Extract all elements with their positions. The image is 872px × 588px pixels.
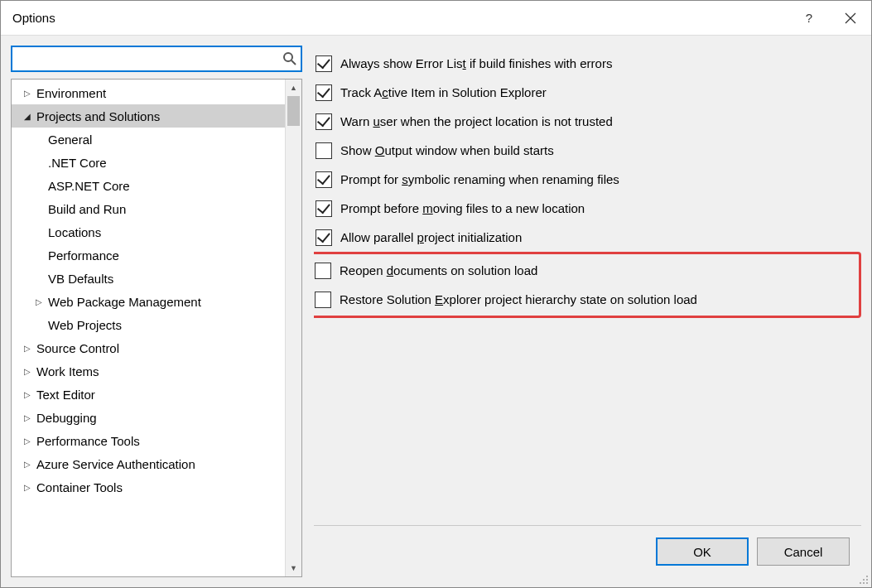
tree-item-label: ASP.NET Core <box>48 179 130 193</box>
checkbox[interactable] <box>316 171 332 188</box>
tree-item[interactable]: ▷Performance Tools <box>12 429 285 452</box>
checkbox[interactable] <box>315 292 331 308</box>
chevron-right-icon[interactable]: ▷ <box>22 390 33 399</box>
tree-item[interactable]: Locations <box>12 220 285 243</box>
chevron-down-icon[interactable]: ◢ <box>22 112 33 121</box>
chevron-right-icon[interactable]: ▷ <box>22 436 33 446</box>
checkbox[interactable] <box>315 263 331 279</box>
tree-item-label: Web Package Management <box>48 295 201 309</box>
svg-point-6 <box>866 579 868 581</box>
option-row: Always show Error List if build finishes… <box>314 49 861 78</box>
option-label[interactable]: Prompt for symbolic renaming when renami… <box>340 172 619 186</box>
window-title: Options <box>12 11 788 25</box>
highlight-box: Reopen documents on solution loadRestore… <box>314 252 861 318</box>
options-list: Always show Error List if build finishes… <box>314 49 861 520</box>
tree-item[interactable]: ▷Work Items <box>12 359 285 383</box>
option-label[interactable]: Always show Error List if build finishes… <box>340 56 612 70</box>
chevron-right-icon[interactable]: ▷ <box>22 367 33 376</box>
chevron-right-icon[interactable]: ▷ <box>22 89 33 98</box>
tree-item[interactable]: ▷Container Tools <box>12 475 285 499</box>
svg-point-4 <box>866 576 868 577</box>
tree-item[interactable]: Web Projects <box>12 313 285 336</box>
svg-point-9 <box>866 582 868 584</box>
svg-point-5 <box>863 579 865 581</box>
option-label[interactable]: Warn user when the project location is n… <box>340 114 613 128</box>
option-label[interactable]: Reopen documents on solution load <box>340 263 537 277</box>
chevron-right-icon[interactable]: ▷ <box>22 483 33 492</box>
scroll-track[interactable] <box>286 96 301 560</box>
tree-item[interactable]: ◢Projects and Solutions <box>12 104 285 128</box>
checkbox[interactable] <box>316 55 332 72</box>
scroll-down-button[interactable]: ▼ <box>286 560 301 576</box>
tree-item[interactable]: General <box>12 128 285 151</box>
main-area: ▷Environment◢Projects and SolutionsGener… <box>1 36 871 587</box>
option-label[interactable]: Restore Solution Explorer project hierar… <box>340 292 697 306</box>
tree-item-label: Performance <box>48 248 119 263</box>
tree-item[interactable]: VB Defaults <box>12 267 285 290</box>
checkbox[interactable] <box>316 229 332 246</box>
search-wrap <box>11 46 302 72</box>
search-input[interactable] <box>11 46 302 72</box>
svg-point-8 <box>863 582 865 584</box>
option-row: Track Active Item in Solution Explorer <box>314 78 861 107</box>
tree-item-label: VB Defaults <box>48 272 113 286</box>
resize-grip-icon[interactable] <box>857 573 869 585</box>
tree-scrollbar[interactable]: ▲ ▼ <box>285 80 301 576</box>
checkbox[interactable] <box>316 113 332 130</box>
option-label[interactable]: Show Output window when build starts <box>340 143 554 157</box>
tree-item-label: Debugging <box>36 411 97 425</box>
tree-item-label: Projects and Solutions <box>36 109 160 123</box>
checkbox[interactable] <box>316 200 332 217</box>
left-panel: ▷Environment◢Projects and SolutionsGener… <box>11 46 302 577</box>
checkbox[interactable] <box>316 142 332 159</box>
option-row: Allow parallel project initialization <box>314 223 861 252</box>
tree-item[interactable]: ASP.NET Core <box>12 174 285 197</box>
chevron-right-icon[interactable]: ▷ <box>22 344 33 353</box>
button-bar: OK Cancel <box>314 526 861 577</box>
tree-item-label: Web Projects <box>48 318 122 332</box>
options-tree[interactable]: ▷Environment◢Projects and SolutionsGener… <box>12 80 285 576</box>
tree-item-label: Build and Run <box>48 202 126 216</box>
svg-point-7 <box>860 582 861 584</box>
close-button[interactable] <box>830 1 871 36</box>
tree-item[interactable]: .NET Core <box>12 151 285 174</box>
option-row: Show Output window when build starts <box>314 136 861 165</box>
help-button[interactable]: ? <box>788 1 830 36</box>
tree-item[interactable]: ▷Web Package Management <box>12 290 285 313</box>
tree-item-label: Source Control <box>36 341 119 355</box>
scroll-thumb[interactable] <box>287 96 300 126</box>
titlebar: Options ? <box>1 1 871 36</box>
tree-item[interactable]: ▷Debugging <box>12 406 285 429</box>
option-row: Prompt before moving files to a new loca… <box>314 194 861 223</box>
tree-item-label: Performance Tools <box>36 434 140 448</box>
chevron-right-icon[interactable]: ▷ <box>22 413 33 422</box>
tree-item-label: Locations <box>48 225 101 239</box>
option-row: Reopen documents on solution load <box>314 256 855 285</box>
chevron-right-icon[interactable]: ▷ <box>33 297 45 306</box>
tree-item-label: Text Editor <box>36 388 95 402</box>
cancel-button[interactable]: Cancel <box>757 537 850 566</box>
options-dialog: Options ? ▷Environment◢Projects and Solu… <box>0 0 872 588</box>
right-panel: Always show Error List if build finishes… <box>314 46 861 577</box>
chevron-right-icon[interactable]: ▷ <box>22 460 33 469</box>
scroll-up-button[interactable]: ▲ <box>286 80 301 96</box>
option-label[interactable]: Prompt before moving files to a new loca… <box>340 201 585 215</box>
option-row: Warn user when the project location is n… <box>314 107 861 136</box>
tree-item[interactable]: ▷Azure Service Authentication <box>12 452 285 475</box>
option-row: Prompt for symbolic renaming when renami… <box>314 165 861 194</box>
tree-item-label: Work Items <box>36 364 99 378</box>
option-row: Restore Solution Explorer project hierar… <box>314 285 855 314</box>
tree-wrap: ▷Environment◢Projects and SolutionsGener… <box>11 79 302 577</box>
tree-item-label: .NET Core <box>48 156 107 170</box>
tree-item[interactable]: ▷Text Editor <box>12 383 285 406</box>
tree-item[interactable]: ▷Environment <box>12 81 285 104</box>
tree-item[interactable]: ▷Source Control <box>12 336 285 359</box>
option-label[interactable]: Allow parallel project initialization <box>340 230 522 244</box>
option-label[interactable]: Track Active Item in Solution Explorer <box>340 85 547 99</box>
ok-button[interactable]: OK <box>656 537 749 566</box>
checkbox[interactable] <box>316 84 332 101</box>
tree-item-label: Azure Service Authentication <box>36 457 195 471</box>
tree-item[interactable]: Build and Run <box>12 197 285 220</box>
tree-item[interactable]: Performance <box>12 243 285 267</box>
tree-item-label: Container Tools <box>36 480 123 494</box>
